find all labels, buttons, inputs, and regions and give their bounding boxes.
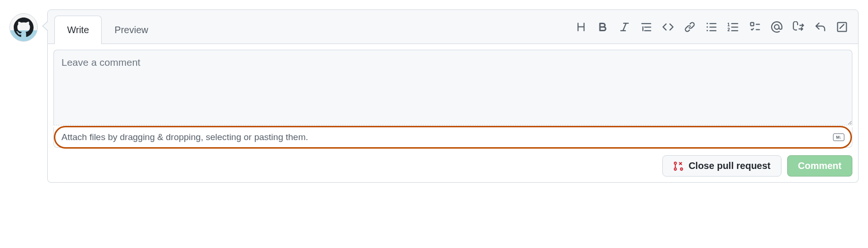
link-icon (684, 21, 695, 33)
diff-ignored-icon (836, 21, 848, 33)
heading-button[interactable] (575, 21, 587, 33)
mention-icon (771, 21, 782, 33)
bold-button[interactable] (597, 21, 608, 33)
quote-icon (641, 21, 652, 33)
composer-actions: Close pull request Comment (53, 155, 852, 177)
tasklist-icon (749, 21, 761, 33)
crossref-button[interactable] (793, 21, 804, 33)
link-button[interactable] (684, 21, 695, 33)
cross-reference-icon (793, 21, 804, 33)
unordered-list-button[interactable] (706, 21, 717, 33)
comment-button-label: Comment (798, 160, 842, 171)
user-avatar[interactable] (9, 13, 38, 42)
composer-body: Attach files by dragging & dropping, sel… (47, 44, 859, 183)
git-pr-closed-icon (673, 161, 684, 171)
italic-button[interactable] (619, 21, 630, 33)
list-unordered-icon (706, 21, 717, 33)
reply-button[interactable] (815, 21, 826, 33)
octocat-icon (14, 18, 34, 37)
code-button[interactable] (662, 21, 674, 33)
composer-header: Write Preview (47, 9, 859, 44)
code-icon (662, 21, 674, 33)
saved-replies-button[interactable] (836, 21, 848, 33)
reply-icon (815, 21, 826, 33)
attach-files-bar[interactable]: Attach files by dragging & dropping, sel… (53, 127, 852, 148)
tasklist-button[interactable] (749, 21, 761, 33)
heading-icon (575, 21, 587, 33)
attach-hint-text: Attach files by dragging & dropping, sel… (61, 132, 308, 142)
markdown-supported-icon[interactable]: M↓ (833, 133, 844, 141)
italic-icon (619, 21, 630, 33)
mention-button[interactable] (771, 21, 782, 33)
tab-preview[interactable]: Preview (102, 16, 161, 44)
comment-submit-button[interactable]: Comment (787, 155, 852, 177)
tab-write[interactable]: Write (54, 16, 102, 44)
ordered-list-button[interactable] (728, 21, 739, 33)
comment-composer: Write Preview (47, 9, 859, 183)
close-pull-request-button[interactable]: Close pull request (662, 155, 781, 177)
quote-button[interactable] (641, 21, 652, 33)
list-ordered-icon (728, 21, 739, 33)
markdown-toolbar (575, 21, 851, 33)
close-pr-label: Close pull request (688, 160, 770, 171)
bold-icon (597, 21, 608, 33)
comment-textarea[interactable] (53, 50, 852, 125)
